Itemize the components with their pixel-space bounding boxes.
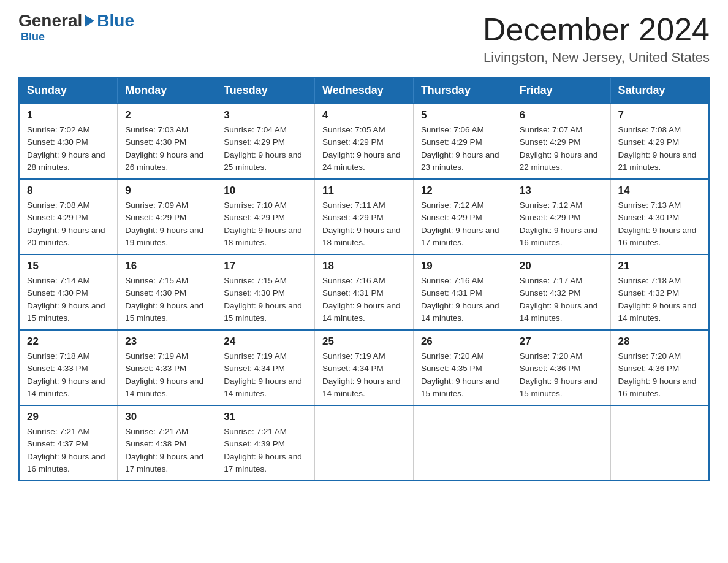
day-number: 9 (125, 185, 208, 197)
calendar-cell (610, 405, 709, 481)
day-info: Sunrise: 7:20 AMSunset: 4:36 PMDaylight:… (618, 350, 701, 400)
calendar-cell: 13Sunrise: 7:12 AMSunset: 4:29 PMDayligh… (512, 179, 610, 255)
calendar-cell: 26Sunrise: 7:20 AMSunset: 4:35 PMDayligh… (413, 330, 512, 405)
day-info: Sunrise: 7:15 AMSunset: 4:30 PMDaylight:… (125, 275, 208, 324)
calendar-cell: 2Sunrise: 7:03 AMSunset: 4:30 PMDaylight… (118, 104, 216, 179)
day-info: Sunrise: 7:16 AMSunset: 4:31 PMDaylight:… (421, 275, 504, 324)
day-number: 15 (27, 260, 110, 272)
calendar-cell: 24Sunrise: 7:19 AMSunset: 4:34 PMDayligh… (216, 330, 315, 405)
day-number: 12 (421, 185, 504, 197)
day-info: Sunrise: 7:12 AMSunset: 4:29 PMDaylight:… (520, 199, 603, 249)
day-number: 14 (618, 185, 701, 197)
day-number: 21 (618, 260, 701, 272)
day-number: 27 (520, 335, 603, 348)
logo-blue-text: Blue (97, 12, 134, 29)
calendar-cell: 23Sunrise: 7:19 AMSunset: 4:33 PMDayligh… (118, 330, 216, 405)
calendar-cell: 6Sunrise: 7:07 AMSunset: 4:29 PMDaylight… (512, 104, 610, 179)
day-info: Sunrise: 7:21 AMSunset: 4:37 PMDaylight:… (27, 426, 110, 475)
title-section: December 2024 Livingston, New Jersey, Un… (483, 12, 710, 66)
day-info: Sunrise: 7:08 AMSunset: 4:29 PMDaylight:… (27, 199, 110, 249)
calendar-cell: 18Sunrise: 7:16 AMSunset: 4:31 PMDayligh… (315, 255, 414, 330)
logo: General Blue Blue (18, 12, 134, 44)
day-info: Sunrise: 7:03 AMSunset: 4:30 PMDaylight:… (125, 124, 208, 174)
calendar-cell: 21Sunrise: 7:18 AMSunset: 4:32 PMDayligh… (610, 255, 709, 330)
logo-general-text: General (18, 12, 82, 29)
calendar-subtitle: Livingston, New Jersey, United States (483, 50, 710, 66)
calendar-cell: 7Sunrise: 7:08 AMSunset: 4:29 PMDaylight… (610, 104, 709, 179)
calendar-cell: 11Sunrise: 7:11 AMSunset: 4:29 PMDayligh… (315, 179, 414, 255)
day-info: Sunrise: 7:15 AMSunset: 4:30 PMDaylight:… (224, 275, 307, 324)
day-number: 16 (125, 260, 208, 272)
calendar-cell: 25Sunrise: 7:19 AMSunset: 4:34 PMDayligh… (315, 330, 414, 405)
header-thursday: Thursday (413, 77, 512, 104)
logo-triangle-icon (85, 15, 94, 27)
day-number: 5 (421, 109, 504, 121)
week-row-1: 1Sunrise: 7:02 AMSunset: 4:30 PMDaylight… (19, 104, 709, 179)
day-info: Sunrise: 7:21 AMSunset: 4:38 PMDaylight:… (125, 426, 208, 475)
calendar-cell: 3Sunrise: 7:04 AMSunset: 4:29 PMDaylight… (216, 104, 315, 179)
week-row-5: 29Sunrise: 7:21 AMSunset: 4:37 PMDayligh… (19, 405, 709, 481)
day-info: Sunrise: 7:18 AMSunset: 4:32 PMDaylight:… (618, 275, 701, 324)
calendar-cell: 29Sunrise: 7:21 AMSunset: 4:37 PMDayligh… (19, 405, 118, 481)
day-info: Sunrise: 7:11 AMSunset: 4:29 PMDaylight:… (322, 199, 406, 249)
day-number: 24 (224, 335, 307, 348)
calendar-cell: 16Sunrise: 7:15 AMSunset: 4:30 PMDayligh… (118, 255, 216, 330)
header-saturday: Saturday (610, 77, 709, 104)
day-number: 31 (224, 411, 307, 423)
calendar-cell: 8Sunrise: 7:08 AMSunset: 4:29 PMDaylight… (19, 179, 118, 255)
day-info: Sunrise: 7:17 AMSunset: 4:32 PMDaylight:… (520, 275, 603, 324)
day-info: Sunrise: 7:20 AMSunset: 4:35 PMDaylight:… (421, 350, 504, 400)
day-number: 11 (322, 185, 406, 197)
day-info: Sunrise: 7:08 AMSunset: 4:29 PMDaylight:… (618, 124, 701, 174)
day-number: 20 (520, 260, 603, 272)
calendar-cell: 19Sunrise: 7:16 AMSunset: 4:31 PMDayligh… (413, 255, 512, 330)
page-header: General Blue Blue December 2024 Livingst… (18, 12, 710, 66)
week-row-2: 8Sunrise: 7:08 AMSunset: 4:29 PMDaylight… (19, 179, 709, 255)
day-info: Sunrise: 7:06 AMSunset: 4:29 PMDaylight:… (421, 124, 504, 174)
day-info: Sunrise: 7:19 AMSunset: 4:33 PMDaylight:… (125, 350, 208, 400)
calendar-cell (315, 405, 414, 481)
calendar-cell: 1Sunrise: 7:02 AMSunset: 4:30 PMDaylight… (19, 104, 118, 179)
day-info: Sunrise: 7:16 AMSunset: 4:31 PMDaylight:… (322, 275, 406, 324)
day-info: Sunrise: 7:12 AMSunset: 4:29 PMDaylight:… (421, 199, 504, 249)
day-info: Sunrise: 7:10 AMSunset: 4:29 PMDaylight:… (224, 199, 307, 249)
header-tuesday: Tuesday (216, 77, 315, 104)
day-number: 3 (224, 109, 307, 121)
calendar-cell: 10Sunrise: 7:10 AMSunset: 4:29 PMDayligh… (216, 179, 315, 255)
calendar-table: SundayMondayTuesdayWednesdayThursdayFrid… (18, 77, 710, 481)
day-number: 17 (224, 260, 307, 272)
calendar-cell: 17Sunrise: 7:15 AMSunset: 4:30 PMDayligh… (216, 255, 315, 330)
header-sunday: Sunday (19, 77, 118, 104)
day-number: 23 (125, 335, 208, 348)
day-info: Sunrise: 7:13 AMSunset: 4:30 PMDaylight:… (618, 199, 701, 249)
calendar-cell (512, 405, 610, 481)
calendar-cell (413, 405, 512, 481)
calendar-cell: 22Sunrise: 7:18 AMSunset: 4:33 PMDayligh… (19, 330, 118, 405)
day-number: 29 (27, 411, 110, 423)
day-info: Sunrise: 7:20 AMSunset: 4:36 PMDaylight:… (520, 350, 603, 400)
day-info: Sunrise: 7:04 AMSunset: 4:29 PMDaylight:… (224, 124, 307, 174)
day-info: Sunrise: 7:19 AMSunset: 4:34 PMDaylight:… (322, 350, 406, 400)
calendar-cell: 28Sunrise: 7:20 AMSunset: 4:36 PMDayligh… (610, 330, 709, 405)
day-number: 7 (618, 109, 701, 121)
day-number: 25 (322, 335, 406, 348)
day-info: Sunrise: 7:05 AMSunset: 4:29 PMDaylight:… (322, 124, 406, 174)
day-info: Sunrise: 7:07 AMSunset: 4:29 PMDaylight:… (520, 124, 603, 174)
day-info: Sunrise: 7:09 AMSunset: 4:29 PMDaylight:… (125, 199, 208, 249)
calendar-cell: 20Sunrise: 7:17 AMSunset: 4:32 PMDayligh… (512, 255, 610, 330)
logo-subtitle: Blue (21, 31, 45, 44)
day-number: 26 (421, 335, 504, 348)
calendar-header-row: SundayMondayTuesdayWednesdayThursdayFrid… (19, 77, 709, 104)
day-number: 6 (520, 109, 603, 121)
header-wednesday: Wednesday (315, 77, 414, 104)
calendar-cell: 27Sunrise: 7:20 AMSunset: 4:36 PMDayligh… (512, 330, 610, 405)
day-number: 30 (125, 411, 208, 423)
week-row-4: 22Sunrise: 7:18 AMSunset: 4:33 PMDayligh… (19, 330, 709, 405)
day-info: Sunrise: 7:19 AMSunset: 4:34 PMDaylight:… (224, 350, 307, 400)
day-info: Sunrise: 7:21 AMSunset: 4:39 PMDaylight:… (224, 426, 307, 475)
calendar-cell: 9Sunrise: 7:09 AMSunset: 4:29 PMDaylight… (118, 179, 216, 255)
day-number: 2 (125, 109, 208, 121)
day-number: 10 (224, 185, 307, 197)
calendar-title: December 2024 (483, 12, 710, 47)
header-monday: Monday (118, 77, 216, 104)
